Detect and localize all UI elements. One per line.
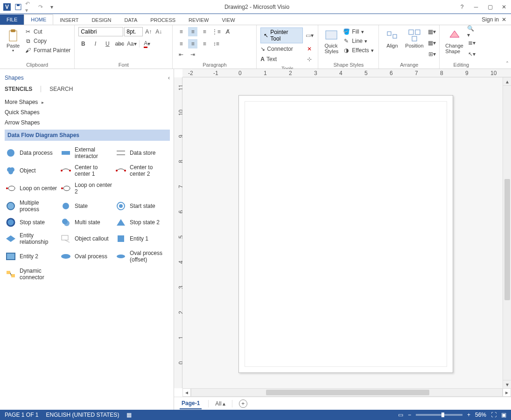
case-button[interactable]: Aa▾ [127, 39, 136, 48]
zoom-level[interactable]: 56% [475, 412, 486, 418]
select-button[interactable]: ↖▾ [467, 49, 476, 59]
collapse-pane-icon[interactable]: ‹ [168, 75, 170, 81]
underline-button[interactable]: U [103, 39, 112, 48]
tab-process[interactable]: PROCESS [144, 15, 182, 25]
shape-dynamic-connector[interactable]: Dynamic connector [5, 268, 59, 281]
align-center[interactable]: ≡ [188, 39, 197, 48]
tab-data[interactable]: DATA [118, 15, 144, 25]
tab-view[interactable]: VIEW [215, 15, 241, 25]
layers-button[interactable]: ≣▾ [467, 38, 476, 48]
present-icon[interactable]: ▭ [398, 412, 403, 418]
freeform-tool[interactable]: ✕ [305, 44, 314, 54]
shape-object-callout[interactable]: Object callout [60, 232, 114, 245]
group-button[interactable]: ⊞▾ [427, 49, 437, 59]
shape-multiple-process[interactable]: Multiple process [5, 200, 59, 213]
shape-stop-state[interactable]: Stop state [5, 217, 59, 227]
all-pages-button[interactable]: All ▴ [215, 400, 225, 407]
rect-tool[interactable]: ▭▾ [305, 31, 314, 40]
scroll-down-icon[interactable]: ▾ [503, 380, 511, 388]
redo-icon[interactable]: ↷ [36, 3, 45, 11]
font-size-select[interactable] [124, 27, 143, 36]
scroll-left-icon[interactable]: ◂ [182, 388, 191, 397]
drawing-canvas[interactable] [182, 77, 503, 388]
add-page-button[interactable]: + [239, 399, 247, 408]
clear-format-button[interactable]: A̸ [223, 27, 232, 36]
font-name-select[interactable] [78, 27, 123, 36]
shape-state[interactable]: State [60, 200, 114, 213]
font-color-button[interactable]: A▾ [142, 39, 152, 48]
page[interactable] [238, 95, 453, 373]
macro-icon[interactable]: ▦ [126, 412, 132, 418]
bring-front-button[interactable]: ▦▾ [427, 27, 437, 36]
page-count[interactable]: PAGE 1 OF 1 [5, 412, 38, 418]
shape-start-state[interactable]: Start state [115, 200, 169, 213]
help-icon[interactable]: ? [455, 0, 469, 14]
close-button[interactable]: ✕ [497, 0, 511, 14]
shape-multi-state[interactable]: Multi state [60, 217, 114, 227]
shape-external-interactor[interactable]: External interactor [60, 146, 114, 159]
shape-loop-on-center-2[interactable]: Loop on center 2 [60, 182, 114, 195]
bullets-button[interactable]: ⋮≡ [211, 27, 221, 36]
scroll-up-icon[interactable]: ▴ [503, 77, 511, 86]
send-back-button[interactable]: ▦▾ [427, 38, 437, 48]
save-icon[interactable] [14, 3, 22, 11]
line-button[interactable]: ✎Line ▾ [343, 36, 373, 46]
connector-tool-button[interactable]: ↘Connector [260, 45, 293, 53]
align-left[interactable]: ≡ [176, 39, 186, 48]
change-shape-button[interactable]: Change Shape [443, 27, 465, 61]
shape-center-to-center-1[interactable]: Center to center 1 [60, 164, 114, 177]
vertical-scrollbar[interactable]: ▴ ▾ [503, 77, 511, 388]
fill-button[interactable]: 🪣Fill ▾ [343, 27, 373, 36]
tab-review[interactable]: REVIEW [182, 15, 215, 25]
quick-styles-button[interactable]: Quick Styles [322, 27, 341, 61]
minimize-button[interactable]: ─ [469, 0, 483, 14]
format-painter-button[interactable]: 🖌Format Painter [24, 46, 70, 55]
shape-object[interactable]: Object [5, 164, 59, 177]
language[interactable]: ENGLISH (UNITED STATES) [46, 412, 119, 418]
effects-button[interactable]: ◑Effects ▾ [343, 46, 373, 55]
shape-oval-process-(offset)[interactable]: Oval process (offset) [115, 250, 169, 263]
active-stencil[interactable]: Data Flow Diagram Shapes [5, 130, 170, 141]
copy-button[interactable]: ⧉Copy [24, 36, 70, 46]
find-button[interactable]: 🔍▾ [467, 27, 476, 36]
collapse-ribbon-icon[interactable]: ˆ [506, 61, 508, 68]
indent-right[interactable]: ⇥ [188, 50, 197, 59]
shape-entity-2[interactable]: Entity 2 [5, 250, 59, 263]
switch-window-icon[interactable]: ▣ [501, 412, 506, 418]
cut-button[interactable]: ✂Cut [24, 27, 70, 36]
shape-center-to-center-2[interactable]: Center to center 2 [115, 164, 169, 177]
shape-entity-1[interactable]: Entity 1 [115, 232, 169, 245]
scroll-right-icon[interactable]: ▸ [503, 388, 511, 397]
maximize-button[interactable]: ▢ [483, 0, 497, 14]
page-tab[interactable]: Page-1 [180, 398, 202, 409]
shrink-font-button[interactable]: A↓ [154, 27, 163, 36]
shape-entity-relationship[interactable]: Entity relationship [5, 232, 59, 245]
more-shapes-link[interactable]: More Shapes▸ [5, 97, 174, 107]
align-top-center[interactable]: ≡ [188, 27, 197, 36]
search-tab[interactable]: SEARCH [49, 86, 73, 92]
shape-data-process[interactable]: Data process [5, 146, 59, 159]
shape-oval-process[interactable]: Oval process [60, 250, 114, 263]
tab-insert[interactable]: INSERT [53, 15, 85, 25]
indent-left[interactable]: ⇤ [176, 50, 186, 59]
quick-shapes-link[interactable]: Quick Shapes [5, 107, 174, 117]
zoom-in-button[interactable]: + [467, 412, 470, 418]
text-tool-button[interactable]: AText [260, 55, 277, 63]
align-top-right[interactable]: ≡ [200, 27, 209, 36]
qat-menu-icon[interactable]: ▾ [48, 3, 56, 11]
arrow-shapes-link[interactable]: Arrow Shapes [5, 117, 174, 128]
sign-in-link[interactable]: Sign in✕ [477, 14, 511, 25]
paste-button[interactable]: Paste▾ [4, 27, 22, 61]
horizontal-scrollbar[interactable]: ◂ ▸ [182, 388, 511, 397]
bold-button[interactable]: B [78, 39, 88, 48]
shape-data-store[interactable]: Data store [115, 146, 169, 159]
align-top-left[interactable]: ≡ [176, 27, 186, 36]
shape-stop-state-2[interactable]: Stop state 2 [115, 217, 169, 227]
fit-window-icon[interactable]: ⛶ [491, 412, 497, 418]
undo-icon[interactable]: ↶ ▾ [25, 3, 34, 11]
align-button[interactable]: Align [383, 27, 401, 61]
align-right[interactable]: ≡ [200, 39, 209, 48]
grow-font-button[interactable]: A↑ [144, 27, 153, 36]
stencils-tab[interactable]: STENCILS [5, 86, 41, 92]
shape-loop-on-center[interactable]: Loop on center [5, 182, 59, 195]
